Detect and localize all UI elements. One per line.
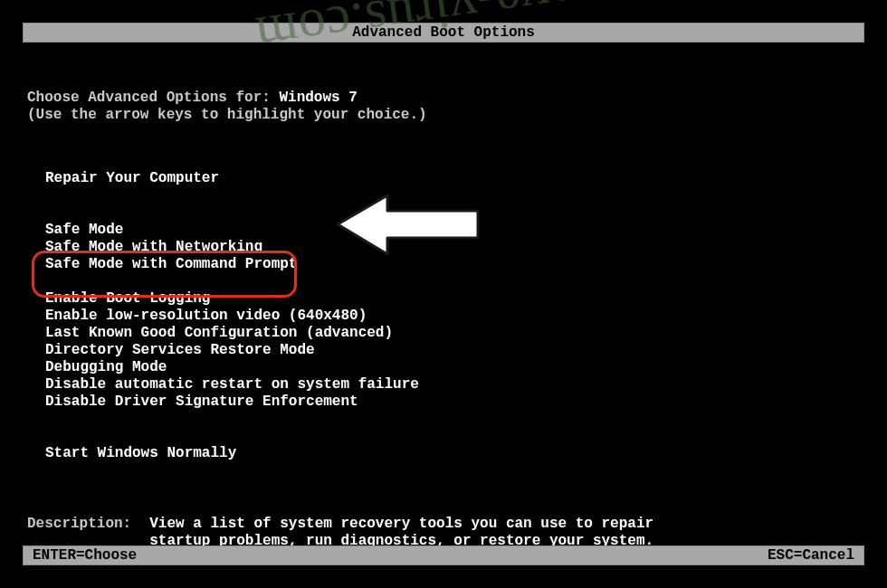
menu-item-boot-logging[interactable]: Enable Boot Logging — [45, 290, 860, 308]
menu-item-disable-auto-restart[interactable]: Disable automatic restart on system fail… — [45, 376, 860, 394]
menu-item-safe-mode[interactable]: Safe Mode — [45, 222, 860, 239]
menu-item-start-normally[interactable]: Start Windows Normally — [45, 445, 860, 462]
boot-screen: Advanced Boot Options Choose Advanced Op… — [23, 23, 864, 565]
menu-item-last-known-good[interactable]: Last Known Good Configuration (advanced) — [45, 325, 860, 342]
menu-item-safe-mode-command-prompt[interactable]: Safe Mode with Command Prompt — [45, 256, 297, 273]
menu-item-low-res-video[interactable]: Enable low-resolution video (640x480) — [45, 308, 860, 325]
hint-line: (Use the arrow keys to highlight your ch… — [27, 107, 860, 123]
menu-item-directory-services[interactable]: Directory Services Restore Mode — [45, 342, 860, 359]
intro-line: Choose Advanced Options for: Windows 7 — [27, 90, 860, 106]
menu-item-disable-driver-sig[interactable]: Disable Driver Signature Enforcement — [45, 394, 860, 411]
title-text: Advanced Boot Options — [352, 24, 535, 41]
intro-prefix: Choose Advanced Options for: — [27, 90, 279, 106]
menu-item-debugging[interactable]: Debugging Mode — [45, 359, 860, 376]
footer-enter: ENTER=Choose — [33, 547, 137, 564]
os-name: Windows 7 — [279, 90, 357, 106]
title-bar: Advanced Boot Options — [23, 23, 864, 43]
menu-item-repair[interactable]: Repair Your Computer — [45, 170, 860, 187]
footer-esc: ESC=Cancel — [768, 547, 854, 564]
footer-bar: ENTER=Choose ESC=Cancel — [23, 545, 864, 565]
menu-item-safe-mode-networking[interactable]: Safe Mode with Networking — [45, 239, 860, 256]
boot-menu[interactable]: Repair Your Computer Safe Mode Safe Mode… — [27, 170, 860, 462]
